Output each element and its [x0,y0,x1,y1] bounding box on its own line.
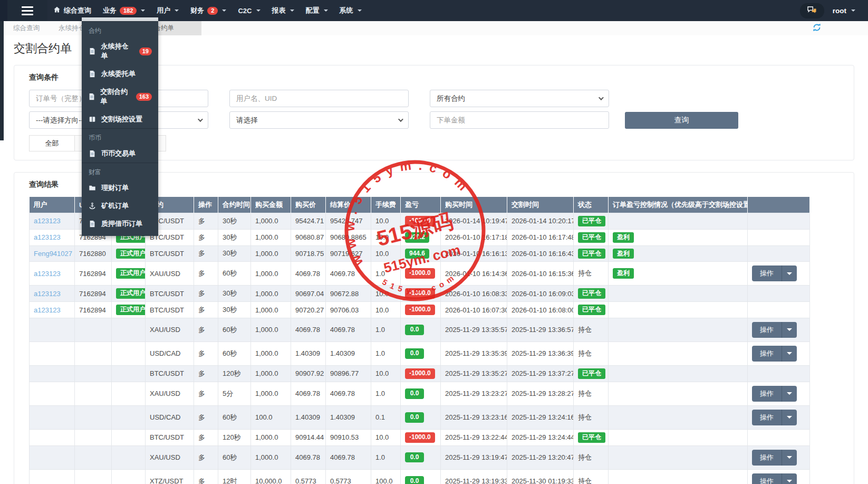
nav-item-5[interactable]: 报表 [266,0,300,21]
pnl-control-cell [609,469,748,484]
status-cell: 已平仓 [574,302,609,318]
refresh-button[interactable] [812,23,822,34]
action-split-button[interactable]: 操作 [752,450,797,466]
column-header-0: 用户 [30,197,75,213]
fee-cell: 0.1 [371,405,401,429]
amount-input[interactable] [430,111,609,129]
user-link[interactable]: a123123 [34,217,61,225]
action-button-label[interactable]: 操作 [752,265,782,281]
contract-select-value: 所有合约 [437,94,465,103]
settle-time-cell: 2025-11-29 13:36:57 [507,318,574,341]
filter-tab-all[interactable]: 全部 [30,136,75,151]
action-button-label[interactable]: 操作 [752,410,782,425]
pnl-control-cell [609,286,748,302]
buy-time-cell: 2026-01-14 10:19:47 [441,213,507,230]
user-cell: a123123 [30,302,75,318]
nav-item-label: 综合查询 [64,6,91,15]
user-type-cell: 正式用户 [112,245,146,262]
uid-cell [75,445,112,469]
uid-cell: 7162894 [75,262,112,286]
action-dropdown-toggle[interactable] [782,386,797,402]
action-split-button[interactable]: 操作 [752,322,797,338]
action-dropdown-toggle[interactable] [782,322,797,338]
chevron-down-icon [787,392,792,395]
user-menu[interactable]: root [833,7,855,15]
pnl-badge: 0.0 [405,476,424,484]
session-tab-0[interactable]: 综合查询 [13,24,40,33]
settle-time-cell: 2025-11-29 13:24:44 [507,429,574,445]
pnl-control-cell [609,445,748,469]
user-uid-input[interactable] [229,90,409,107]
chevron-down-icon [222,10,226,12]
menu-item[interactable]: 永续持仓单19 [82,37,158,65]
user-type-badge: 正式用户 [116,305,146,315]
menu-item[interactable]: 币币交易单 [82,145,158,163]
action-dropdown-toggle[interactable] [782,346,797,362]
settle-price-cell: 1.40309 [326,341,371,365]
nav-item-3[interactable]: 财务2 [185,0,232,21]
chevron-down-icon [787,416,792,419]
menu-item[interactable]: 永续委托单 [82,65,158,83]
action-dropdown-toggle[interactable] [782,265,797,281]
direction-cell: 多 [194,365,218,382]
nav-item-label: 用户 [157,6,170,15]
action-cell: 操作 [748,469,810,484]
action-split-button[interactable]: 操作 [752,473,797,484]
refresh-icon [812,26,822,34]
column-header-7: 购买价 [291,197,326,213]
settle-time-cell: 2026-01-14 10:20:17 [507,213,574,230]
action-button-label[interactable]: 操作 [752,450,782,466]
nav-item-4[interactable]: C2C [232,0,266,21]
pnl-badge: 0.0 [405,452,424,463]
action-dropdown-toggle[interactable] [782,450,797,466]
action-dropdown-toggle[interactable] [782,410,797,425]
amount-cell: 1,000.0 [251,286,291,302]
search-button[interactable]: 查询 [625,112,738,129]
column-header-8: 结算价 [326,197,371,213]
user-link[interactable]: Feng941027 [34,250,72,258]
duration-cell: 60秒 [218,341,251,365]
pnl-cell: 0.0 [401,318,441,341]
column-header-5: 合约时间 [218,197,251,213]
action-split-button[interactable]: 操作 [752,386,797,402]
menu-item[interactable]: 质押借币订单 [82,215,158,233]
nav-item-7[interactable]: 系统 [334,0,368,21]
menu-item[interactable]: 矿机订单 [82,197,158,215]
menu-item[interactable]: 交割合约单163 [82,83,158,110]
sidebar-toggle-button[interactable] [7,0,47,21]
user-link[interactable]: a123123 [34,233,61,241]
contract-select[interactable]: 所有合约 [430,90,609,107]
buy-price-cell: 4069.78 [291,318,326,341]
status-holding-text: 持仓 [578,269,592,277]
action-button-label[interactable]: 操作 [752,473,782,484]
user-link[interactable]: a123123 [34,290,61,298]
duration-cell: 120秒 [218,429,251,445]
buy-price-cell: 95424.71 [291,213,326,230]
action-split-button[interactable]: 操作 [752,410,797,425]
amount-cell: 1,000.0 [251,302,291,318]
settle-time-cell: 2025-11-29 13:24:16 [507,405,574,429]
pnl-badge: -1000.0 [405,216,435,226]
status-cell: 已平仓 [574,229,609,245]
action-dropdown-toggle[interactable] [782,473,797,484]
fee-cell: 1.0 [371,262,401,286]
menu-item[interactable]: 理财订单 [82,179,158,197]
pnl-badge: 0.0 [405,325,424,335]
status-select[interactable]: 请选择 [229,111,409,129]
status-holding-text: 持仓 [578,453,592,461]
menu-count-badge: 19 [139,48,152,55]
duration-cell: 5分 [218,382,251,405]
messages-button[interactable] [800,3,824,18]
menu-item[interactable]: 交割场控设置 [82,110,158,128]
pnl-cell: -1000.0 [401,429,441,445]
user-link[interactable]: a123123 [34,270,61,278]
action-button-label[interactable]: 操作 [752,346,782,362]
action-button-label[interactable]: 操作 [752,322,782,338]
pnl-cell: 0.0 [401,341,441,365]
action-split-button[interactable]: 操作 [752,346,797,362]
action-split-button[interactable]: 操作 [752,265,797,281]
user-link[interactable]: a123123 [34,306,61,314]
nav-item-6[interactable]: 配置 [300,0,334,21]
status-closed-badge: 已平仓 [578,432,605,443]
action-button-label[interactable]: 操作 [752,386,782,402]
